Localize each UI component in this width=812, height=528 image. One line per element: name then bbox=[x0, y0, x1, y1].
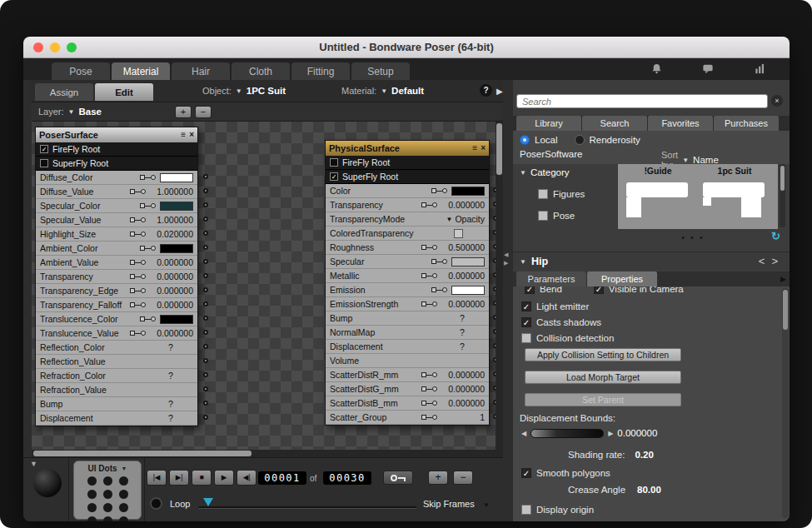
node-header[interactable]: PhysicalSurface ≡ × bbox=[326, 141, 489, 156]
clear-search-icon[interactable]: × bbox=[771, 95, 783, 107]
node-property-row[interactable]: Ambient_Value0.000000 bbox=[36, 256, 197, 270]
checkbox[interactable]: ✓ bbox=[521, 317, 531, 327]
library-tab-search[interactable]: Search bbox=[582, 116, 647, 131]
node-header[interactable]: PoserSurface ≡ × bbox=[36, 127, 197, 142]
property-checkbox-row[interactable]: ✓Casts shadows bbox=[521, 314, 614, 330]
color-swatch[interactable] bbox=[451, 257, 485, 266]
property-value[interactable]: 0.000000 bbox=[440, 398, 485, 408]
property-value[interactable]: ? bbox=[148, 413, 193, 423]
output-port[interactable] bbox=[203, 401, 208, 406]
current-frame-field[interactable]: 00001 bbox=[258, 471, 306, 485]
node-property-row[interactable]: Displacement? bbox=[36, 411, 197, 426]
property-value[interactable]: 0.000000 bbox=[148, 328, 193, 338]
output-port[interactable] bbox=[203, 372, 208, 377]
skip-frames-dropdown-icon[interactable]: ▼ bbox=[483, 501, 490, 509]
property-value[interactable]: 0.000000 bbox=[440, 299, 485, 309]
node-root-row[interactable]: FireFly Root bbox=[326, 156, 489, 170]
property-value[interactable]: 0.000000 bbox=[148, 271, 193, 281]
flyout-arrow-icon[interactable]: ▶ bbox=[496, 87, 503, 96]
node-property-row[interactable]: NormalMap? bbox=[326, 326, 489, 340]
property-checkbox-row[interactable]: Display origin bbox=[521, 501, 594, 517]
tab-properties[interactable]: Properties bbox=[587, 271, 657, 286]
node-menu-icon[interactable]: ≡ bbox=[181, 131, 186, 139]
node-property-row[interactable]: ScatterDistB_mm0.000000 bbox=[326, 396, 489, 411]
color-swatch[interactable] bbox=[451, 286, 485, 295]
node-close-icon[interactable]: × bbox=[481, 144, 486, 152]
checkbox[interactable]: ✓ bbox=[594, 286, 604, 294]
trackball[interactable] bbox=[33, 469, 62, 497]
node-property-row[interactable]: Refraction_Value bbox=[36, 383, 197, 397]
timeline-track[interactable] bbox=[198, 506, 416, 508]
output-port[interactable] bbox=[203, 330, 208, 335]
collapse-icon[interactable]: ▼ bbox=[30, 460, 37, 468]
ui-dot[interactable] bbox=[87, 516, 97, 521]
property-value[interactable]: 0.000000 bbox=[440, 200, 485, 210]
tab-hair[interactable]: Hair bbox=[172, 62, 230, 80]
radio-renderosity[interactable] bbox=[575, 135, 585, 145]
node-property-row[interactable]: Bump? bbox=[36, 397, 197, 411]
node-property-row[interactable]: TransparencyMode▼Opacity bbox=[326, 212, 489, 227]
properties-scrollbar[interactable] bbox=[782, 288, 789, 518]
add-layer-button[interactable]: + bbox=[175, 106, 192, 118]
checkbox[interactable]: ✓ bbox=[521, 468, 531, 478]
node-property-row[interactable]: Reflection_Value bbox=[36, 355, 197, 369]
node-property-row[interactable]: Ambient_Color bbox=[36, 242, 197, 256]
ui-dot[interactable] bbox=[119, 476, 128, 486]
node-property-row[interactable]: Specular_Value1.000000 bbox=[36, 213, 197, 227]
node-property-row[interactable]: Translucence_Color bbox=[36, 312, 197, 326]
node-property-row[interactable]: Translucence_Value0.000000 bbox=[36, 326, 197, 341]
output-port[interactable] bbox=[203, 358, 208, 363]
output-port[interactable] bbox=[203, 344, 208, 349]
shader-canvas[interactable]: PoserSurface ≡ × ✓FireFly RootSuperFly R… bbox=[32, 122, 503, 457]
chevron-down-icon[interactable]: ▼ bbox=[122, 466, 127, 471]
output-port[interactable] bbox=[203, 415, 208, 420]
node-property-row[interactable]: Scatter_Group1 bbox=[326, 411, 489, 425]
actor-name[interactable]: Hip bbox=[531, 256, 548, 267]
property-value[interactable]: ? bbox=[148, 399, 193, 409]
help-icon[interactable]: ? bbox=[480, 84, 492, 97]
output-port[interactable] bbox=[203, 245, 208, 250]
node-property-row[interactable]: Refraction_Color? bbox=[36, 369, 197, 383]
node-property-row[interactable]: Metallic0.000000 bbox=[326, 269, 489, 283]
apply-collision-setting-to-children-button[interactable]: Apply Collision Setting to Children bbox=[525, 348, 681, 361]
output-port[interactable] bbox=[203, 287, 208, 292]
root-checkbox[interactable]: ✓ bbox=[330, 172, 338, 181]
ui-dot[interactable] bbox=[119, 503, 128, 512]
splitter-handle-icon[interactable]: ◀ ▶ bbox=[504, 252, 508, 266]
node-property-row[interactable]: Transparency_Falloff0.000000 bbox=[36, 298, 197, 312]
node-root-row[interactable]: ✓FireFly Root bbox=[36, 142, 197, 157]
output-port[interactable] bbox=[203, 301, 208, 306]
node-property-row[interactable]: Specular_Color bbox=[36, 199, 197, 213]
pager-dots[interactable]: • • • bbox=[618, 232, 768, 242]
object-value[interactable]: 1PC Suit bbox=[247, 86, 286, 96]
property-value[interactable]: ? bbox=[440, 313, 485, 323]
physical-surface-node[interactable]: PhysicalSurface ≡ × FireFly Root✓SuperFl… bbox=[325, 140, 490, 426]
node-close-icon[interactable]: × bbox=[189, 131, 194, 139]
slider-increase-icon[interactable]: ▶ bbox=[608, 430, 613, 437]
remove-keyframe-button[interactable]: − bbox=[453, 471, 473, 485]
property-checkbox-row[interactable]: ✓Smooth polygons bbox=[521, 465, 610, 481]
property-value[interactable]: 0.000000 bbox=[440, 384, 485, 394]
object-selector[interactable]: Object: ▼ 1PC Suit bbox=[202, 86, 286, 96]
node-property-row[interactable]: Emission bbox=[326, 283, 489, 297]
property-dropdown[interactable]: ▼Opacity bbox=[446, 214, 485, 224]
crease-angle-value[interactable]: 80.00 bbox=[637, 485, 661, 495]
library-item[interactable]: 1pc Suit bbox=[698, 164, 771, 229]
timeline-marker[interactable] bbox=[203, 498, 213, 506]
tab-setup[interactable]: Setup bbox=[351, 62, 410, 80]
library-tab-favorites[interactable]: Favorites bbox=[648, 116, 713, 131]
property-checkbox-row[interactable]: ✓Light emitter bbox=[521, 298, 614, 314]
property-value[interactable]: 0.000000 bbox=[148, 257, 193, 267]
property-value[interactable]: 1.000000 bbox=[148, 215, 193, 225]
node-property-row[interactable]: ScatterDistR_mm0.000000 bbox=[326, 368, 489, 382]
ui-dot[interactable] bbox=[87, 476, 97, 486]
library-tab-purchases[interactable]: Purchases bbox=[714, 116, 779, 131]
output-port[interactable] bbox=[203, 217, 208, 222]
tab-fitting[interactable]: Fitting bbox=[291, 62, 350, 80]
category-header[interactable]: ▼ Category bbox=[520, 167, 570, 177]
root-checkbox[interactable]: ✓ bbox=[40, 145, 48, 153]
output-port[interactable] bbox=[203, 386, 208, 391]
root-checkbox[interactable] bbox=[330, 158, 338, 167]
output-port[interactable] bbox=[203, 231, 208, 236]
stop-button[interactable]: ■ bbox=[192, 470, 212, 486]
